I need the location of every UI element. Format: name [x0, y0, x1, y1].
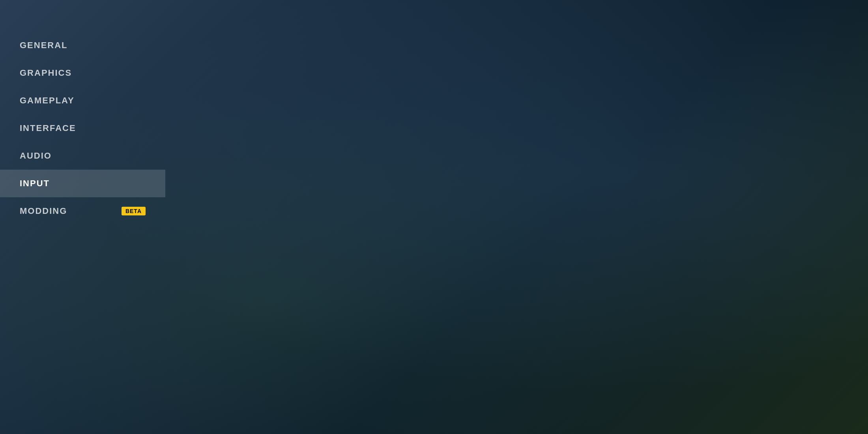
sidebar-item-audio[interactable]: AUDIO — [0, 142, 165, 170]
sidebar-item-graphics[interactable]: GRAPHICS — [0, 59, 165, 87]
sidebar-item-interface[interactable]: INTERFACE — [0, 114, 165, 142]
options-page: OPTIONS GENERALGRAPHICSGAMEPLAYINTERFACE… — [0, 0, 868, 434]
sidebar-label-modding: MODDING — [20, 206, 67, 216]
sidebar-label-graphics: GRAPHICS — [20, 68, 72, 78]
sidebar-item-modding[interactable]: MODDINGBETA — [0, 197, 165, 225]
sidebar-label-audio: AUDIO — [20, 151, 52, 161]
sidebar-label-input: INPUT — [20, 178, 50, 189]
sidebar-item-gameplay[interactable]: GAMEPLAY — [0, 87, 165, 114]
sidebar-label-gameplay: GAMEPLAY — [20, 95, 75, 106]
sidebar-label-interface: INTERFACE — [20, 123, 76, 133]
sidebar-item-general[interactable]: GENERAL — [0, 32, 165, 59]
sidebar-label-general: GENERAL — [20, 40, 68, 51]
beta-badge-modding: BETA — [122, 207, 146, 215]
sidebar-item-input[interactable]: INPUT — [0, 170, 165, 197]
